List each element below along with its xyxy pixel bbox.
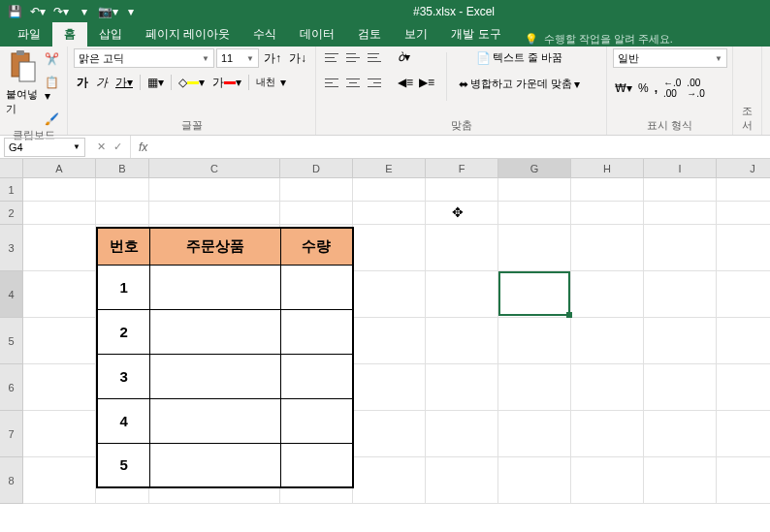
row-header-1[interactable]: 1	[0, 178, 23, 202]
tab-file[interactable]: 파일	[6, 22, 52, 47]
table-cell[interactable]	[150, 265, 280, 309]
table-cell[interactable]	[280, 309, 353, 354]
align-top-button[interactable]	[322, 48, 341, 66]
fx-icon[interactable]: fx	[131, 141, 147, 154]
customize-icon[interactable]: ▾	[74, 2, 95, 21]
table-cell[interactable]	[150, 398, 280, 443]
row-header-4[interactable]: 4	[0, 271, 23, 318]
table-cell[interactable]: 2	[97, 309, 150, 354]
wrap-icon: 📄	[476, 51, 491, 65]
col-header-I[interactable]: I	[644, 159, 717, 178]
comma-button[interactable]: ,	[653, 79, 659, 97]
table-cell[interactable]	[150, 443, 280, 487]
header-product[interactable]: 주문상품	[150, 228, 280, 265]
col-header-A[interactable]: A	[23, 159, 96, 178]
undo-icon[interactable]: ↶▾	[27, 2, 48, 21]
table-cell[interactable]	[280, 443, 353, 487]
shrink-font-button[interactable]: 가↓	[286, 49, 309, 67]
cancel-formula-button[interactable]: ✕	[97, 141, 106, 153]
border-button[interactable]: ▦▾	[144, 74, 167, 91]
group-alignment: ờ▾ ◀≡ ▶≡ 📄텍스트 줄 바꿈 ⬌병합하고 가운데 맞춤 ▾ 맞춤	[316, 47, 607, 135]
number-format-combo[interactable]: 일반▼	[613, 48, 727, 68]
tab-home[interactable]: 홈	[52, 22, 87, 47]
header-qty[interactable]: 수량	[280, 228, 353, 265]
font-color-button[interactable]: 가▾	[209, 74, 244, 91]
table-cell[interactable]	[150, 354, 280, 398]
col-header-F[interactable]: F	[426, 159, 498, 178]
chevron-down-icon: ▼	[73, 142, 80, 151]
format-painter-button[interactable]: 🖌️	[43, 110, 61, 128]
table-cell[interactable]	[280, 398, 353, 443]
camera-icon[interactable]: 📷▾	[97, 2, 118, 21]
row-header-5[interactable]: 5	[0, 318, 23, 364]
italic-button[interactable]: 가	[93, 74, 111, 91]
grow-font-button[interactable]: 가↑	[261, 49, 284, 67]
tab-page-layout[interactable]: 페이지 레이아웃	[134, 22, 241, 47]
name-box[interactable]: G4▼	[4, 138, 85, 157]
cut-button[interactable]: ✂️	[43, 50, 61, 68]
bold-button[interactable]: 가	[74, 74, 91, 91]
save-icon[interactable]: 💾	[4, 2, 25, 21]
col-header-E[interactable]: E	[353, 159, 426, 178]
redo-icon[interactable]: ↷▾	[50, 2, 72, 21]
align-bottom-button[interactable]	[365, 48, 384, 66]
underline-button[interactable]: 가▾	[112, 74, 136, 91]
worksheet-grid[interactable]: ABCDEFGHIJ 12345678 번호 주문상품 수량 12345 ✥	[0, 159, 770, 532]
tab-data[interactable]: 데이터	[288, 22, 346, 47]
header-number[interactable]: 번호	[97, 228, 150, 265]
merge-center-button[interactable]: ⬌병합하고 가운데 맞춤 ▾	[457, 75, 582, 93]
increase-decimal-button[interactable]: ←.0.00	[661, 76, 683, 101]
enter-formula-button[interactable]: ✓	[113, 141, 122, 153]
col-header-G[interactable]: G	[498, 159, 571, 178]
row-header-3[interactable]: 3	[0, 225, 23, 271]
tab-formulas[interactable]: 수식	[241, 22, 288, 47]
percent-button[interactable]: %	[636, 79, 651, 97]
table-cell[interactable]	[280, 265, 353, 309]
col-header-J[interactable]: J	[717, 159, 770, 178]
col-header-D[interactable]: D	[280, 159, 353, 178]
increase-indent-button[interactable]: ▶≡	[417, 74, 436, 91]
tab-developer[interactable]: 개발 도구	[439, 22, 512, 47]
row-header-7[interactable]: 7	[0, 411, 23, 457]
decrease-indent-button[interactable]: ◀≡	[396, 74, 415, 91]
table-cell[interactable]: 5	[97, 443, 150, 487]
currency-button[interactable]: ₩▾	[613, 79, 634, 97]
tell-me[interactable]: 💡 수행할 작업을 알려 주세요.	[513, 32, 673, 47]
chevron-down-icon: ▼	[202, 54, 209, 63]
fill-color-button[interactable]: ◇▾	[176, 74, 208, 91]
qat-more-icon[interactable]: ▾	[120, 2, 142, 21]
align-left-button[interactable]	[322, 74, 341, 91]
copy-button[interactable]: 📋▾	[43, 74, 61, 105]
row-header-8[interactable]: 8	[0, 457, 23, 504]
row-header-6[interactable]: 6	[0, 364, 23, 411]
formula-input[interactable]	[147, 136, 770, 158]
row-header-2[interactable]: 2	[0, 202, 23, 225]
select-all-corner[interactable]	[0, 159, 23, 178]
fill-handle[interactable]	[566, 312, 572, 318]
tab-insert[interactable]: 삽입	[87, 22, 134, 47]
table-cell[interactable]	[280, 354, 353, 398]
phonetic-button[interactable]: 내천	[253, 74, 278, 91]
wrap-text-button[interactable]: 📄텍스트 줄 바꿈	[457, 48, 582, 67]
table-cell[interactable]	[150, 309, 280, 354]
tab-view[interactable]: 보기	[393, 22, 439, 47]
col-header-B[interactable]: B	[96, 159, 149, 178]
font-name-combo[interactable]: 맑은 고딕▼	[74, 48, 214, 68]
tab-review[interactable]: 검토	[346, 22, 393, 47]
decrease-decimal-button[interactable]: .00→.0	[685, 76, 706, 101]
wrap-label: 텍스트 줄 바꿈	[493, 50, 562, 65]
table-cell[interactable]: 3	[97, 354, 150, 398]
formula-bar: G4▼ ✕ ✓ fx	[0, 136, 770, 159]
orientation-button[interactable]: ờ▾	[396, 48, 412, 66]
paste-button[interactable]	[6, 48, 39, 85]
align-right-button[interactable]	[365, 74, 384, 91]
active-cell[interactable]	[498, 271, 570, 316]
table-cell[interactable]: 1	[97, 265, 150, 309]
align-center-button[interactable]	[343, 74, 363, 91]
align-middle-button[interactable]	[343, 48, 363, 66]
merge-label: 병합하고 가운데 맞춤	[470, 77, 572, 91]
table-cell[interactable]: 4	[97, 398, 150, 443]
col-header-H[interactable]: H	[571, 159, 644, 178]
col-header-C[interactable]: C	[149, 159, 280, 178]
font-size-combo[interactable]: 11▼	[216, 48, 259, 68]
